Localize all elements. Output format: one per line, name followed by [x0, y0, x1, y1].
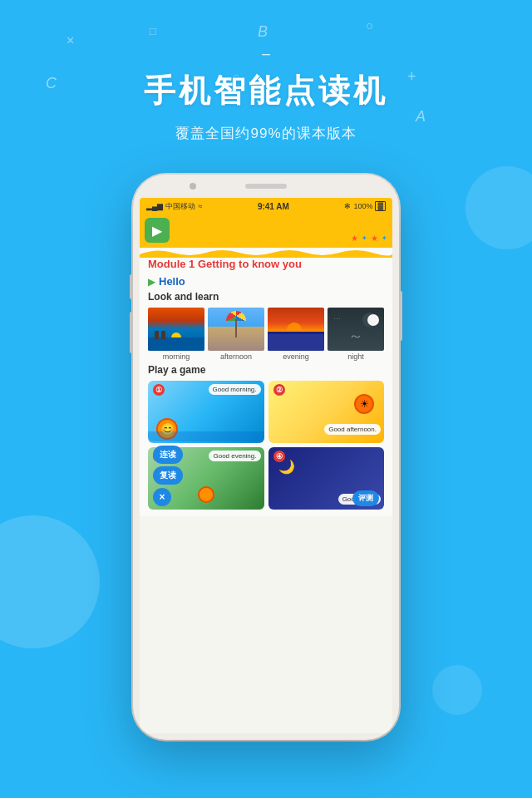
carrier-name: 中国移动 [165, 201, 195, 212]
liangu-button[interactable]: 连读 [153, 446, 183, 464]
phone-speaker [245, 184, 287, 189]
phone-top [133, 175, 399, 198]
wifi-icon: ≈ [198, 202, 202, 210]
signal-icon: ▂▄▆ [146, 202, 163, 210]
hello-section[interactable]: ▶ Hello [148, 275, 384, 288]
phone-outer: ▂▄▆ 中国移动 ≈ 9:41 AM ✻ 100% ▓ ▶ ★ ✦ [133, 175, 399, 740]
pingce-button[interactable]: 评测 [352, 490, 379, 506]
speech-2: Good afternoon. [324, 424, 381, 435]
star-2: ✦ [362, 234, 367, 242]
bg-circle-3 [432, 665, 482, 715]
speech-3: Good evening. [209, 451, 260, 461]
status-left: ▂▄▆ 中国移动 ≈ [146, 201, 202, 212]
hello-text: Hello [159, 275, 185, 288]
deco-b: B [258, 23, 268, 41]
status-bar: ▂▄▆ 中国移动 ≈ 9:41 AM ✻ 100% ▓ [140, 198, 392, 214]
img-afternoon [208, 308, 264, 351]
img-item-morning[interactable]: morning [148, 308, 204, 361]
game-item-2[interactable]: ② Good afternoon. ☀ [268, 381, 385, 443]
img-evening [268, 308, 324, 351]
header-area: － 手机智能点读机 覆盖全国约99%的课本版本 [0, 42, 532, 143]
bg-circle-2 [466, 166, 532, 249]
play-icon: ▶ [148, 276, 155, 288]
app-title: 手机智能点读机 [0, 70, 532, 112]
battery-text: 100% [353, 202, 372, 210]
app-subtitle: 覆盖全国约99%的课本版本 [0, 124, 532, 143]
img-item-night[interactable]: · · · ～ night [328, 308, 384, 361]
label-evening: evening [268, 352, 324, 361]
phone-camera [190, 183, 196, 190]
star-4: ✦ [382, 234, 387, 242]
star-3: ★ [371, 234, 378, 243]
header-dash: － [0, 42, 532, 66]
star-1: ★ [351, 234, 358, 243]
battery-icon: ▓ [375, 201, 386, 211]
game-num-2: ② [273, 384, 285, 396]
status-right: ✻ 100% ▓ [344, 201, 386, 211]
img-item-evening[interactable]: evening [268, 308, 324, 361]
yellow-header: ▶ ★ ✦ ★ ✦ [140, 214, 392, 248]
game-grid: ① Good morning. 😊 ② Good afternoon. ☀ [148, 381, 384, 510]
label-morning: morning [148, 352, 204, 361]
status-time: 9:41 AM [258, 202, 289, 211]
img-morning [148, 308, 204, 351]
play-game-title: Play a game [148, 364, 384, 376]
floating-buttons: 连读 复读 [153, 446, 183, 485]
img-item-afternoon[interactable]: afternoon [208, 308, 264, 361]
look-and-learn-title: Look and learn [148, 291, 384, 303]
label-night: night [328, 352, 384, 361]
fudu-button[interactable]: 复读 [153, 466, 183, 485]
deco-circle: ○ [366, 18, 373, 32]
phone-screen: ▂▄▆ 中国移动 ≈ 9:41 AM ✻ 100% ▓ ▶ ★ ✦ [140, 198, 392, 733]
bg-circle-1 [0, 515, 100, 648]
header-stars: ★ ✦ ★ ✦ [351, 234, 387, 243]
content-area: Module 1 Getting to know you ▶ Hello Loo… [140, 248, 392, 516]
game-item-1[interactable]: ① Good morning. 😊 [148, 381, 264, 443]
module-title: Module 1 Getting to know you [148, 258, 384, 270]
phone-mockup: ▂▄▆ 中国移动 ≈ 9:41 AM ✻ 100% ▓ ▶ ★ ✦ [133, 175, 399, 740]
bluetooth-icon: ✻ [344, 202, 351, 210]
deco-square: □ [150, 25, 156, 37]
wave-decoration [140, 248, 392, 258]
img-night: · · · ～ [328, 308, 384, 351]
close-button[interactable]: × [153, 488, 171, 506]
speech-1: Good morning. [209, 384, 261, 395]
app-logo: ▶ [145, 218, 170, 243]
image-grid: morning afternoon [148, 308, 384, 361]
phone-side-btn-power [399, 291, 402, 341]
label-afternoon: afternoon [208, 352, 264, 361]
game-num-1: ① [153, 384, 165, 396]
